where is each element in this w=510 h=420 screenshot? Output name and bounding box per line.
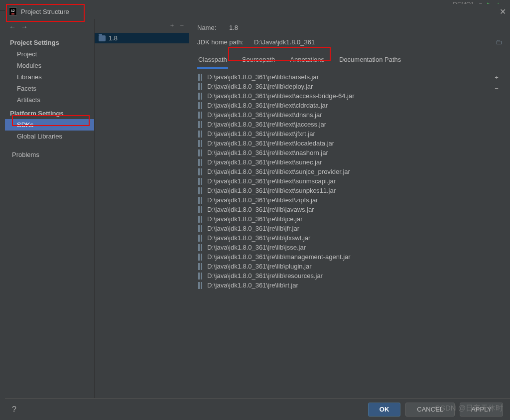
browse-folder-icon[interactable]: 🗀	[496, 38, 502, 46]
classpath-item[interactable]: D:\java\jdk1.8.0_361\jre\lib\ext\zipfs.j…	[197, 195, 491, 205]
library-icon	[198, 254, 203, 261]
classpath-add-icon[interactable]: +	[491, 72, 502, 83]
classpath-item-path: D:\java\jdk1.8.0_361\jre\lib\ext\sunec.j…	[207, 158, 322, 166]
classpath-item-path: D:\java\jdk1.8.0_361\jre\lib\jsse.jar	[207, 244, 306, 251]
library-icon	[198, 131, 203, 138]
classpath-item[interactable]: D:\java\jdk1.8.0_361\jre\lib\ext\jfxrt.j…	[197, 129, 491, 139]
sdk-detail-panel: Name: 1.8 JDK home path: D:\Java\jdk1.8.…	[189, 19, 510, 398]
classpath-item[interactable]: D:\java\jdk1.8.0_361\jre\lib\ext\dnsns.j…	[197, 110, 491, 120]
library-icon	[198, 168, 203, 175]
classpath-item-path: D:\java\jdk1.8.0_361\jre\lib\ext\jfxrt.j…	[207, 130, 315, 138]
classpath-item[interactable]: D:\java\jdk1.8.0_361\jre\lib\deploy.jar	[197, 82, 491, 91]
classpath-item-path: D:\java\jdk1.8.0_361\jre\lib\rt.jar	[207, 281, 298, 289]
classpath-item[interactable]: D:\java\jdk1.8.0_361\jre\lib\jfxswt.jar	[197, 233, 491, 243]
classpath-item[interactable]: D:\java\jdk1.8.0_361\jre\lib\charsets.ja…	[197, 72, 491, 82]
library-icon	[198, 83, 203, 90]
classpath-item[interactable]: D:\java\jdk1.8.0_361\jre\lib\ext\sunmsca…	[197, 176, 491, 186]
library-icon	[198, 102, 203, 109]
classpath-item[interactable]: D:\java\jdk1.8.0_361\jre\lib\ext\sunjce_…	[197, 167, 491, 176]
jdk-home-path-label: JDK home path:	[197, 38, 248, 46]
library-icon	[198, 197, 203, 204]
classpath-item[interactable]: D:\java\jdk1.8.0_361\jre\lib\jsse.jar	[197, 243, 491, 252]
classpath-item-path: D:\java\jdk1.8.0_361\jre\lib\jce.jar	[207, 215, 303, 223]
intellij-icon: IJ	[9, 7, 17, 15]
classpath-item-path: D:\java\jdk1.8.0_361\jre\lib\ext\access-…	[207, 92, 355, 100]
library-icon	[198, 263, 203, 270]
library-icon	[198, 149, 203, 156]
classpath-item-path: D:\java\jdk1.8.0_361\jre\lib\ext\zipfs.j…	[207, 196, 318, 204]
sidebar-item-facets[interactable]: Facets	[5, 83, 94, 94]
sidebar-item-libraries[interactable]: Libraries	[5, 71, 94, 83]
forward-icon[interactable]: →	[21, 23, 28, 31]
library-icon	[198, 93, 203, 100]
tab-classpath[interactable]: Classpath	[197, 53, 228, 69]
classpath-item-path: D:\java\jdk1.8.0_361\jre\lib\ext\cldrdat…	[207, 102, 328, 109]
tab-annotations[interactable]: Annotations	[289, 53, 325, 69]
titlebar: IJ Project Structure ✕	[5, 4, 510, 19]
library-icon	[198, 121, 203, 128]
jdk-home-path-value[interactable]: D:\Java\jdk1.8.0_361	[254, 38, 315, 46]
library-icon	[198, 244, 203, 251]
classpath-item-path: D:\java\jdk1.8.0_361\jre\lib\jfxswt.jar	[207, 234, 310, 242]
sdk-list-item[interactable]: 1.8	[95, 33, 189, 43]
sidebar-item-project[interactable]: Project	[5, 48, 94, 60]
library-icon	[198, 159, 203, 166]
classpath-item[interactable]: D:\java\jdk1.8.0_361\jre\lib\ext\access-…	[197, 91, 491, 101]
sdk-tabs: Classpath Sourcepath Annotations Documen…	[197, 53, 502, 69]
sidebar-item-artifacts[interactable]: Artifacts	[5, 94, 94, 106]
classpath-item-path: D:\java\jdk1.8.0_361\jre\lib\jfr.jar	[207, 225, 299, 232]
library-icon	[198, 178, 203, 185]
apply-button[interactable]: APPLY	[460, 403, 503, 417]
classpath-item-path: D:\java\jdk1.8.0_361\jre\lib\ext\nashorn…	[207, 149, 328, 156]
classpath-item-path: D:\java\jdk1.8.0_361\jre\lib\plugin.jar	[207, 263, 312, 270]
classpath-item[interactable]: D:\java\jdk1.8.0_361\jre\lib\rt.jar	[197, 280, 491, 290]
sidebar-item-global-libraries[interactable]: Global Libraries	[5, 131, 94, 142]
remove-sdk-icon[interactable]: −	[180, 21, 184, 29]
name-value[interactable]: 1.8	[229, 24, 238, 31]
window-title: Project Structure	[21, 8, 69, 15]
classpath-item[interactable]: D:\java\jdk1.8.0_361\jre\lib\plugin.jar	[197, 262, 491, 271]
tab-documentation-paths[interactable]: Documentation Paths	[338, 53, 402, 69]
classpath-item-path: D:\java\jdk1.8.0_361\jre\lib\resources.j…	[207, 272, 323, 280]
help-icon[interactable]: ?	[12, 405, 16, 414]
sidebar-item-sdks[interactable]: SDKs	[5, 119, 94, 131]
library-icon	[198, 206, 203, 213]
classpath-item-path: D:\java\jdk1.8.0_361\jre\lib\ext\sunmsca…	[207, 177, 336, 185]
sdk-list-panel: + − 1.8	[95, 19, 189, 398]
classpath-remove-icon[interactable]: −	[491, 83, 502, 94]
ok-button[interactable]: OK	[368, 403, 401, 417]
project-structure-dialog: IJ Project Structure ✕ ← → Project Setti…	[5, 4, 510, 420]
sidebar-item-modules[interactable]: Modules	[5, 60, 94, 71]
classpath-item-path: D:\java\jdk1.8.0_361\jre\lib\ext\localed…	[207, 140, 334, 147]
sidebar-heading-platform: Platform Settings	[5, 106, 94, 119]
classpath-item-path: D:\java\jdk1.8.0_361\jre\lib\deploy.jar	[207, 83, 313, 90]
classpath-item-path: D:\java\jdk1.8.0_361\jre\lib\ext\sunpkcs…	[207, 187, 336, 194]
classpath-item[interactable]: D:\java\jdk1.8.0_361\jre\lib\ext\sunpkcs…	[197, 186, 491, 195]
classpath-item[interactable]: D:\java\jdk1.8.0_361\jre\lib\javaws.jar	[197, 205, 491, 214]
library-icon	[198, 273, 203, 280]
classpath-item-path: D:\java\jdk1.8.0_361\jre\lib\ext\jaccess…	[207, 121, 326, 128]
cancel-button[interactable]: CANCEL	[405, 403, 455, 417]
back-icon[interactable]: ←	[9, 23, 16, 31]
classpath-list[interactable]: D:\java\jdk1.8.0_361\jre\lib\charsets.ja…	[197, 69, 491, 290]
classpath-item[interactable]: D:\java\jdk1.8.0_361\jre\lib\ext\sunec.j…	[197, 157, 491, 167]
tab-sourcepath[interactable]: Sourcepath	[241, 53, 276, 69]
classpath-item[interactable]: D:\java\jdk1.8.0_361\jre\lib\jfr.jar	[197, 224, 491, 233]
library-icon	[198, 74, 203, 81]
sidebar-heading-project: Project Settings	[5, 35, 94, 48]
classpath-item[interactable]: D:\java\jdk1.8.0_361\jre\lib\ext\jaccess…	[197, 120, 491, 129]
sdk-item-label: 1.8	[109, 34, 118, 42]
classpath-item[interactable]: D:\java\jdk1.8.0_361\jre\lib\ext\cldrdat…	[197, 101, 491, 110]
classpath-item-path: D:\java\jdk1.8.0_361\jre\lib\ext\sunjce_…	[207, 168, 350, 175]
classpath-item[interactable]: D:\java\jdk1.8.0_361\jre\lib\resources.j…	[197, 271, 491, 280]
sidebar-item-problems[interactable]: Problems	[5, 149, 94, 160]
classpath-item[interactable]: D:\java\jdk1.8.0_361\jre\lib\jce.jar	[197, 214, 491, 224]
classpath-item-path: D:\java\jdk1.8.0_361\jre\lib\management-…	[207, 253, 351, 261]
close-icon[interactable]: ✕	[500, 7, 506, 16]
add-sdk-icon[interactable]: +	[170, 21, 174, 29]
classpath-item[interactable]: D:\java\jdk1.8.0_361\jre\lib\management-…	[197, 252, 491, 262]
library-icon	[198, 140, 203, 147]
classpath-item[interactable]: D:\java\jdk1.8.0_361\jre\lib\ext\localed…	[197, 139, 491, 148]
library-icon	[198, 225, 203, 232]
classpath-item[interactable]: D:\java\jdk1.8.0_361\jre\lib\ext\nashorn…	[197, 148, 491, 157]
